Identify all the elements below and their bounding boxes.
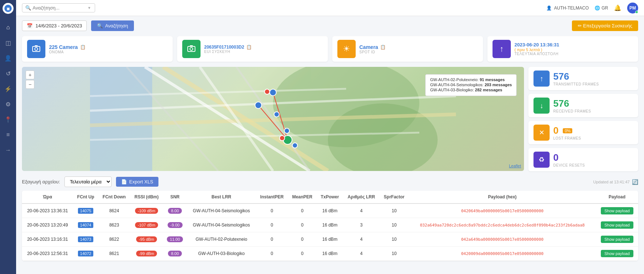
avatar: PM [627, 3, 638, 14]
svg-point-23 [255, 102, 262, 109]
cell-tx-power: 16 dBm [317, 203, 343, 218]
last-message-date: 2023-06-20 13:36:31 [514, 42, 559, 47]
export-button[interactable]: 📄 Export XLS [116, 177, 158, 187]
refresh-icon[interactable]: 🔄 [632, 179, 638, 185]
copy-spotid-icon[interactable]: 📋 [380, 45, 386, 50]
topbar-language[interactable]: 🌐 GR [595, 5, 608, 11]
transmitted-info: 576 TRANSMITTED FRAMES [553, 71, 599, 86]
copy-eui-icon[interactable]: 📋 [246, 45, 252, 50]
col-rssi: RSSI (dBm) [130, 191, 163, 203]
resets-value: 0 [553, 152, 585, 163]
transmitted-icon: ↑ [533, 71, 550, 87]
cell-mean-per: 0 [288, 203, 317, 218]
device-spotid-label: Camera [359, 44, 378, 50]
device-name: 225 Camera 📋 [49, 44, 86, 50]
cell-snr: 11.00 [163, 232, 187, 247]
lost-value-group: 0 0% LOST FRAMES [553, 125, 581, 140]
col-spr-factor: SprFactor [379, 191, 409, 203]
col-payload: Payload [596, 191, 638, 203]
cell-time: 20-06-2023 13:36:31 [22, 203, 73, 218]
sidebar-item-home[interactable]: ⌂ [1, 21, 15, 34]
user-icon: 👤 [546, 5, 552, 11]
map-tooltip-line3: GW-AUTH-03-Biologiko: 282 messages [430, 88, 512, 92]
zoom-out-button[interactable]: − [26, 80, 34, 89]
lost-label: LOST FRAMES [553, 136, 581, 140]
sidebar-item-history[interactable]: ↺ [1, 67, 15, 80]
device-spotid-title: Camera 📋 [359, 44, 386, 50]
cell-payload[interactable]: Show payload [596, 232, 638, 247]
snr-badge: 8.00 [168, 251, 181, 256]
svg-point-3 [35, 47, 38, 50]
topbar-username: AUTH-TELMACO [554, 5, 589, 11]
cell-payload-hex: 0420009da00000005b0017e05000000000 [409, 247, 596, 261]
lost-icon: ✕ [533, 125, 550, 141]
sidebar-logo: ▣ [3, 3, 14, 14]
sidebar-item-settings[interactable]: ⚙ [1, 98, 15, 111]
cell-time: 20-06-2023 13:20:49 [22, 218, 73, 232]
device-eui-label: 20635F01710003D2 [204, 45, 244, 50]
fcnt-up-badge: 14073 [78, 236, 94, 242]
sidebar-item-location[interactable]: 📍 [1, 113, 15, 126]
payload-hex-value: 032a649aa720dc2c6edc8a97bddc2c6edca4deb6… [420, 223, 585, 228]
table-row: 20-06-2023 13:20:49 14074 8623 -107 dBm … [22, 218, 638, 232]
cell-rssi: -109 dBm [130, 203, 163, 218]
cell-best-lrr: GW-AUTH-03-Biologiko [187, 247, 256, 261]
edit-device-button[interactable]: ✏ Επεξεργασία Συσκευής [572, 20, 638, 31]
rssi-badge: -95 dBm [136, 236, 157, 242]
cell-instant-per: 0 [256, 203, 288, 218]
export-icon: 📄 [121, 179, 127, 184]
col-num-lrr: Αριθμός LRR [343, 191, 380, 203]
date-picker[interactable]: 📅 14/6/2023 - 20/6/2023 [22, 20, 87, 31]
leaflet-label[interactable]: Leaflet [509, 164, 521, 168]
cell-num-lrr: 4 [343, 232, 380, 247]
lost-badge: 0% [563, 128, 572, 133]
map-container[interactable]: + − GW-AUTH-02-Polutexneio: 91 messages … [22, 67, 524, 171]
show-payload-button[interactable]: Show payload [601, 236, 633, 243]
language-label: GR [602, 5, 608, 11]
cell-spr-factor: 10 [379, 203, 409, 218]
cell-payload[interactable]: Show payload [596, 218, 638, 232]
export-select[interactable]: Τελευταία μέρα [64, 176, 112, 187]
sidebar-item-analytics[interactable]: ⚡ [1, 82, 15, 95]
sidebar-item-menu[interactable]: ≡ [1, 128, 15, 141]
device-cards: 225 Camera 📋 ΟΝΟΜΑ 20635F01710003D2 📋 EU… [22, 36, 638, 62]
cell-spr-factor: 10 [379, 247, 409, 261]
search-button[interactable]: 🔍 Αναζήτηση [91, 20, 134, 31]
cell-snr: 8.00 [163, 247, 187, 261]
cell-best-lrr: GW-AUTH-02-Polutexneio [187, 232, 256, 247]
cell-num-lrr: 4 [343, 203, 380, 218]
map-tooltip-value2: 203 messages [484, 83, 512, 87]
notification-bell[interactable]: 🔔 [614, 4, 621, 11]
zoom-in-button[interactable]: + [26, 71, 34, 79]
sidebar-item-export[interactable]: → [1, 144, 15, 157]
received-label: RECEIVED FRAMES [553, 109, 591, 113]
cell-num-lrr: 3 [343, 218, 380, 232]
map-tooltip-label2: GW-AUTH-04-Seismologikos: [430, 83, 483, 87]
sidebar-item-users[interactable]: 👤 [1, 52, 15, 65]
stat-received: ↓ 576 RECEIVED FRAMES [528, 94, 638, 117]
col-payload-hex: Payload (hex) [409, 191, 596, 203]
svg-point-26 [265, 89, 270, 94]
cell-payload[interactable]: Show payload [596, 203, 638, 218]
search-box[interactable]: 🔍 ▼ [22, 3, 95, 12]
cell-payload-hex: 032a649aa720dc2c6edc8a97bddc2c6edca4deb6… [409, 218, 596, 232]
cell-payload[interactable]: Show payload [596, 247, 638, 261]
show-payload-button[interactable]: Show payload [601, 221, 633, 229]
search-input[interactable] [33, 5, 87, 11]
copy-icon[interactable]: 📋 [80, 45, 86, 50]
topbar-right: 👤 AUTH-TELMACO 🌐 GR 🔔 PM [546, 3, 638, 14]
fcnt-up-badge: 14075 [78, 208, 94, 214]
payload-hex-value: 0420009da00000005b0017e05000000000 [461, 251, 543, 256]
sidebar-item-dashboard[interactable]: ◫ [1, 36, 15, 49]
fcnt-up-badge: 14072 [78, 251, 94, 256]
show-payload-button[interactable]: Show payload [601, 207, 633, 214]
device-card-icon-spotid: ☀ [337, 40, 356, 58]
export-row: Εξαγωγή αρχείου: Τελευταία μέρα 📄 Export… [22, 176, 638, 187]
device-card-info-eui: 20635F01710003D2 📋 EUI ΣΥΣΚΕΥΗ [204, 45, 252, 54]
cell-fcnt-down: 8624 [98, 203, 130, 218]
device-card-info-spotid: Camera 📋 SPOT ID [359, 44, 386, 54]
col-fcnt-up: FCnt Up [73, 191, 98, 203]
cell-instant-per: 0 [256, 247, 288, 261]
cell-spr-factor: 10 [379, 232, 409, 247]
show-payload-button[interactable]: Show payload [601, 250, 633, 257]
